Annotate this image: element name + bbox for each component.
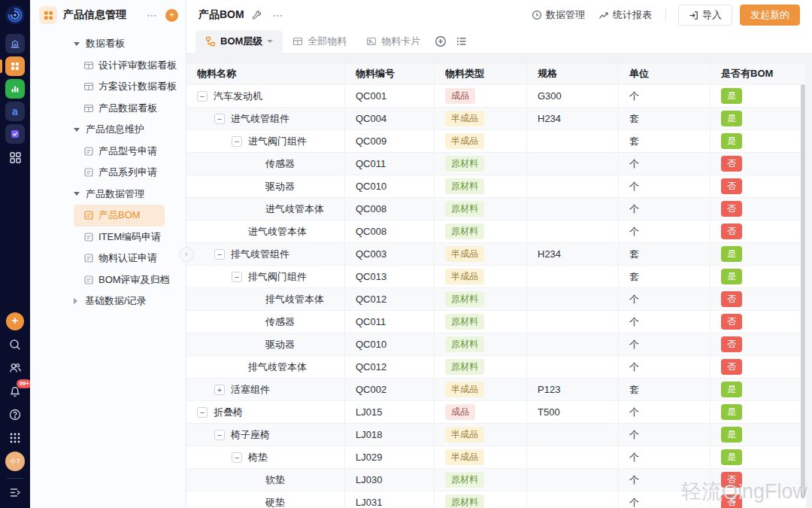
col-header-unit: 单位 [619, 63, 710, 85]
collapse-node-icon[interactable]: − [232, 272, 242, 282]
cell-has-bom: 是 [710, 130, 806, 153]
table-row[interactable]: −排气阀门组件QC013半成品套是 [186, 266, 806, 288]
media-app-icon[interactable] [5, 124, 25, 144]
table-row[interactable]: +活塞组件QC002半成品P123套是 [186, 379, 806, 401]
sidebar-item[interactable]: ITEM编码申请 [74, 227, 165, 248]
apps-active-icon[interactable] [5, 56, 25, 76]
material-type-badge: 原材料 [445, 336, 484, 351]
add-icon[interactable]: + [5, 312, 25, 331]
qingflow-logo-icon[interactable] [5, 5, 25, 25]
table-row[interactable]: 进气歧管本体QC008原材料个否 [186, 198, 806, 221]
form-icon [83, 253, 94, 263]
sidebar-item[interactable]: 方案设计数据看板 [74, 76, 165, 98]
app-grid-icon[interactable] [5, 428, 25, 448]
sidebar-item[interactable]: 物料认证申请 [74, 248, 165, 269]
col-header-has-bom: 是否有BOM [710, 63, 806, 85]
cell-material-name: 驱动器 [186, 175, 345, 198]
sidebar-add-icon[interactable]: + [165, 9, 178, 22]
cell-spec: H234 [527, 243, 619, 266]
cell-material-code: QC003 [345, 243, 435, 266]
expand-node-icon[interactable]: + [214, 385, 225, 395]
search-icon[interactable] [5, 335, 25, 354]
sidebar-more-icon[interactable]: ⋯ [144, 9, 161, 21]
table-row[interactable]: 排气歧管本体QC012原材料个否 [186, 288, 806, 311]
table-row[interactable]: 排气歧管本体QC012原材料个否 [186, 356, 806, 379]
cell-spec [527, 130, 619, 153]
material-type-badge: 原材料 [445, 291, 484, 306]
sidebar-group[interactable]: 产品数据管理 [74, 184, 165, 205]
collapse-node-icon[interactable]: − [232, 136, 242, 147]
view-list-icon[interactable] [451, 30, 472, 53]
cell-material-type: 原材料 [435, 333, 527, 356]
import-button[interactable]: 导入 [678, 5, 732, 26]
cell-material-type: 半成品 [435, 130, 527, 153]
vertical-scrollbar[interactable] [801, 84, 805, 498]
table-row[interactable]: 进气歧管本体QC008原材料个否 [186, 221, 806, 243]
sidebar-item-label: 设计评审数据看板 [98, 59, 177, 72]
table-row[interactable]: −折叠椅LJ015成品T500个是 [186, 401, 806, 424]
table-row[interactable]: −进气阀门组件QC009半成品套是 [186, 130, 806, 153]
table-row[interactable]: −排气歧管组件QC003半成品H234套是 [186, 243, 806, 266]
table-row[interactable]: 硬垫LJ031原材料个否 [186, 491, 806, 508]
col-header-spec: 规格 [527, 63, 619, 85]
stats-report-link[interactable]: 统计报表 [598, 8, 652, 22]
collapse-node-icon[interactable]: − [232, 452, 242, 463]
sidebar-item[interactable]: 产品BOM [74, 205, 165, 227]
sidebar-group[interactable]: 基础数据/记录 [74, 291, 165, 312]
sidebar-group[interactable]: 数据看板 [74, 33, 165, 55]
org-app-icon[interactable] [5, 34, 25, 53]
material-type-badge: 原材料 [445, 178, 484, 193]
tab-material-cards[interactable]: 物料卡片 [356, 30, 430, 53]
collapse-node-icon[interactable]: − [214, 249, 225, 260]
sidebar-collapse-button[interactable]: ‹ [179, 247, 194, 262]
sidebar-item[interactable]: 产品数据看板 [74, 98, 165, 120]
cell-spec: G300 [527, 85, 619, 108]
collapse-rail-icon[interactable] [5, 482, 25, 502]
page-more-icon[interactable]: ⋯ [270, 9, 287, 21]
cell-has-bom: 是 [710, 266, 806, 288]
table-row[interactable]: 传感器QC011原材料个否 [186, 153, 806, 175]
table-row[interactable]: 软垫LJ030原材料个否 [186, 469, 806, 491]
notifications-icon[interactable]: 99+ [5, 382, 25, 401]
cell-has-bom: 是 [710, 243, 806, 266]
contacts-icon[interactable] [5, 358, 25, 378]
material-type-badge: 原材料 [445, 224, 484, 239]
add-view-icon[interactable] [430, 30, 451, 53]
table-row[interactable]: 驱动器QC010原材料个否 [186, 333, 806, 356]
collapse-node-icon[interactable]: − [214, 430, 225, 440]
material-type-badge: 半成品 [445, 427, 484, 442]
has-bom-badge: 是 [721, 111, 742, 126]
caret-right-icon [74, 298, 77, 304]
has-bom-badge: 否 [721, 291, 742, 306]
cell-spec: P123 [527, 379, 619, 401]
collapse-node-icon[interactable]: − [197, 407, 208, 418]
collapse-node-icon[interactable]: − [197, 91, 208, 102]
form-icon [83, 167, 94, 178]
configure-wrench-icon[interactable] [252, 10, 262, 20]
search-app-icon[interactable]: a [5, 102, 25, 121]
table-row[interactable]: 驱动器QC010原材料个否 [186, 175, 806, 198]
create-new-button[interactable]: 发起新的 [740, 5, 800, 26]
grid-outline-icon[interactable] [5, 148, 25, 167]
table-row[interactable]: 传感器QC011原材料个否 [186, 311, 806, 333]
caret-down-icon [74, 192, 80, 196]
sidebar-item[interactable]: 设计评审数据看板 [74, 55, 165, 77]
report-app-icon[interactable] [5, 79, 25, 99]
collapse-node-icon[interactable]: − [214, 114, 225, 124]
table-row[interactable]: −进气歧管组件QC004半成品H234套是 [186, 108, 806, 130]
material-type-badge: 半成品 [445, 246, 484, 261]
has-bom-badge: 否 [721, 314, 742, 329]
sidebar-item[interactable]: BOM评审及归档 [74, 269, 165, 291]
table-row[interactable]: −椅垫LJ029半成品个是 [186, 446, 806, 469]
sidebar-item[interactable]: 产品系列申请 [74, 162, 165, 184]
tab-bom-hierarchy[interactable]: BOM层级 [195, 30, 283, 53]
help-icon[interactable] [5, 405, 25, 424]
table-row[interactable]: −汽车发动机QC001成品G300个是 [186, 85, 806, 108]
table-row[interactable]: −椅子座椅LJ018半成品个是 [186, 424, 806, 446]
data-manage-link[interactable]: 数据管理 [532, 8, 585, 22]
material-name-text: 驱动器 [265, 180, 295, 193]
tab-all-materials[interactable]: 全部物料 [283, 30, 356, 53]
sidebar-group[interactable]: 产品信息维护 [74, 119, 165, 141]
sidebar-item[interactable]: 产品型号申请 [74, 141, 165, 163]
avatar[interactable]: 小T [5, 452, 25, 471]
